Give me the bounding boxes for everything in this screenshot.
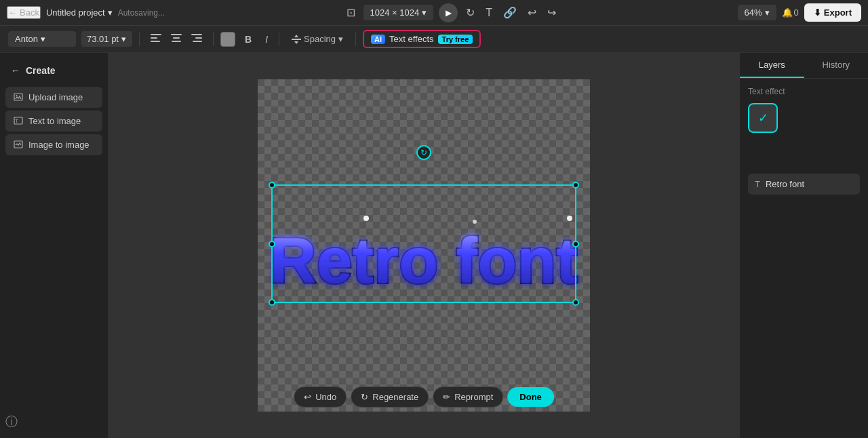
canvas-container: Retro font Retro font Retro font ↻ bbox=[258, 79, 590, 412]
svg-point-22 bbox=[473, 220, 477, 224]
sidebar-bottom: ⓘ bbox=[5, 414, 102, 430]
refresh-icon: ↻ bbox=[466, 6, 475, 19]
project-title-button[interactable]: Untitled project ▾ bbox=[46, 7, 113, 18]
divider bbox=[213, 33, 214, 46]
align-center-button[interactable] bbox=[167, 31, 186, 47]
svg-rect-2 bbox=[151, 41, 160, 42]
undo-icon: ↩ bbox=[304, 392, 311, 402]
upload-image-button[interactable]: Upload image bbox=[5, 87, 102, 108]
align-left-button[interactable] bbox=[146, 31, 165, 47]
svg-marker-11 bbox=[294, 41, 298, 44]
reprompt-button[interactable]: ✏ Reprompt bbox=[433, 386, 503, 407]
ai-badge: AI bbox=[371, 35, 385, 44]
svg-rect-6 bbox=[191, 34, 202, 35]
chevron-down-icon: ▾ bbox=[338, 34, 343, 44]
bold-button[interactable]: B bbox=[241, 31, 256, 47]
text-effects-button[interactable]: AI Text effects Try free bbox=[363, 30, 481, 48]
export-button[interactable]: ⬇ Export bbox=[804, 3, 861, 22]
back-arrow-icon: ← bbox=[11, 65, 20, 76]
right-tabs: Layers History bbox=[740, 53, 868, 79]
try-free-badge: Try free bbox=[438, 35, 473, 44]
notification-icon: 🔔 bbox=[782, 7, 793, 18]
fit-view-button[interactable]: ⊡ bbox=[344, 3, 358, 22]
divider bbox=[139, 33, 140, 46]
spacing-button[interactable]: Spacing ▾ bbox=[286, 31, 349, 47]
svg-text:Retro font: Retro font bbox=[270, 224, 578, 296]
notification-button[interactable]: 🔔 0 bbox=[782, 7, 799, 18]
undo-float-button[interactable]: ↩ Undo bbox=[294, 386, 347, 407]
redo-button[interactable]: ↪ bbox=[545, 3, 559, 22]
text-to-image-button[interactable]: T Text to image bbox=[5, 111, 102, 132]
left-sidebar: ← Create Upload image T Text to image Im… bbox=[0, 53, 108, 438]
back-arrow-icon: ← bbox=[8, 7, 17, 18]
align-group bbox=[146, 31, 206, 47]
svg-point-13 bbox=[16, 95, 18, 96]
color-swatch[interactable] bbox=[220, 32, 235, 47]
text-icon: T bbox=[486, 7, 492, 19]
undo-button[interactable]: ↩ bbox=[525, 3, 539, 22]
align-right-button[interactable] bbox=[187, 31, 206, 47]
svg-rect-9 bbox=[292, 39, 301, 40]
svg-point-20 bbox=[363, 216, 369, 221]
chevron-down-icon: ▾ bbox=[108, 7, 113, 18]
refresh-button[interactable]: ↻ bbox=[463, 3, 477, 22]
retro-text-image: Retro font Retro font Retro font bbox=[264, 178, 583, 313]
svg-point-21 bbox=[567, 216, 572, 221]
reprompt-icon: ✏ bbox=[443, 392, 450, 402]
svg-rect-3 bbox=[171, 34, 182, 35]
topbar-center: ⊡ 1024 × 1024 ▾ ▶ ↻ T 🔗 ↩ ↪ bbox=[170, 3, 732, 22]
canvas-area[interactable]: Retro font Retro font Retro font ↻ bbox=[108, 53, 739, 438]
text-effect-item[interactable]: ✓ bbox=[748, 103, 778, 133]
svg-rect-8 bbox=[193, 41, 202, 42]
done-button[interactable]: Done bbox=[507, 387, 554, 407]
svg-rect-12 bbox=[14, 94, 22, 100]
redo-icon: ↪ bbox=[547, 6, 556, 19]
info-button[interactable]: ⓘ bbox=[5, 414, 18, 430]
font-size-selector[interactable]: 73.01 pt ▾ bbox=[81, 31, 132, 47]
chevron-down-icon: ▾ bbox=[121, 34, 126, 44]
create-header: ← Create bbox=[5, 61, 102, 80]
right-panel-content: Text effect ✓ T Retro font bbox=[740, 79, 868, 438]
text-toolbar: Anton ▾ 73.01 pt ▾ B I Spacing ▾ AI Text… bbox=[0, 26, 868, 53]
image-to-image-button[interactable]: Image to image bbox=[5, 134, 102, 155]
undo-icon: ↩ bbox=[528, 6, 536, 19]
text-layer-icon: T bbox=[755, 179, 760, 189]
checkmark-icon: ✓ bbox=[758, 111, 768, 125]
play-button[interactable]: ▶ bbox=[439, 3, 458, 22]
svg-rect-5 bbox=[172, 41, 181, 42]
right-sidebar: Layers History Text effect ✓ T Retro fon… bbox=[739, 53, 868, 438]
svg-rect-4 bbox=[173, 37, 180, 39]
font-selector[interactable]: Anton ▾ bbox=[8, 31, 76, 47]
layers-tab[interactable]: Layers bbox=[740, 53, 804, 78]
text-button[interactable]: T bbox=[483, 4, 495, 22]
main-content: ← Create Upload image T Text to image Im… bbox=[0, 53, 868, 438]
back-button[interactable]: ← Back bbox=[7, 6, 41, 19]
chevron-down-icon: ▾ bbox=[765, 7, 770, 18]
svg-marker-10 bbox=[294, 35, 298, 37]
autosave-status: Autosaving... bbox=[118, 8, 165, 18]
link-button[interactable]: 🔗 bbox=[500, 3, 519, 22]
svg-rect-1 bbox=[151, 37, 157, 39]
topbar: ← Back Untitled project ▾ Autosaving... … bbox=[0, 0, 868, 26]
chevron-down-icon: ▾ bbox=[41, 34, 45, 44]
italic-button[interactable]: I bbox=[261, 31, 272, 47]
divider bbox=[279, 33, 279, 46]
link-icon: 🔗 bbox=[503, 6, 517, 19]
play-icon: ▶ bbox=[446, 8, 452, 18]
canvas-size-button[interactable]: 1024 × 1024 ▾ bbox=[363, 5, 434, 20]
history-tab[interactable]: History bbox=[804, 53, 869, 78]
svg-text:T: T bbox=[16, 119, 19, 123]
floating-toolbar: ↩ Undo ↻ Regenerate ✏ Reprompt Done bbox=[294, 386, 554, 407]
text-effect-section-label: Text effect bbox=[748, 87, 860, 96]
regenerate-icon: ↻ bbox=[361, 392, 368, 402]
regenerate-button[interactable]: ↻ Regenerate bbox=[351, 386, 429, 407]
zoom-button[interactable]: 64% ▾ bbox=[738, 5, 776, 20]
topbar-right: 64% ▾ 🔔 0 ⬇ Export bbox=[738, 3, 861, 22]
layer-item[interactable]: T Retro font bbox=[748, 174, 860, 195]
layer-name-label: Retro font bbox=[766, 179, 804, 189]
svg-rect-0 bbox=[151, 34, 161, 35]
fit-view-icon: ⊡ bbox=[347, 6, 355, 19]
divider bbox=[355, 33, 356, 46]
svg-rect-7 bbox=[195, 37, 202, 39]
download-icon: ⬇ bbox=[814, 7, 821, 18]
